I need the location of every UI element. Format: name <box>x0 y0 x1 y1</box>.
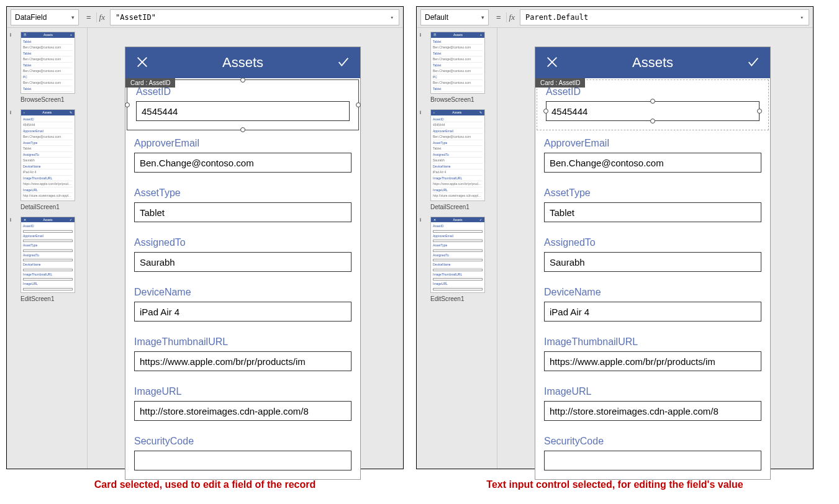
field-input[interactable] <box>134 401 351 421</box>
thumb-label: EditScreen1 <box>430 295 494 302</box>
more-icon[interactable]: ••• <box>8 110 14 114</box>
field-input[interactable] <box>134 351 351 371</box>
card-imageurl[interactable]: ImageURL <box>125 380 360 430</box>
form-body: AssetIDApproverEmailAssetTypeAssignedToD… <box>125 79 360 479</box>
field-input[interactable] <box>544 401 761 421</box>
field-input[interactable] <box>134 302 351 322</box>
formula-bar: Default ▾ = fx Parent.Default ▾ <box>417 7 813 28</box>
equals-label: = <box>491 12 506 22</box>
thumb-edit[interactable]: ✕Assets✓ AssetID ApproverEmail AssetType… <box>20 217 75 293</box>
card-imagethumbnailurl[interactable]: ImageThumbnailURL <box>535 330 770 380</box>
thumb-browse[interactable]: ☰Assets+ TabletBen.Change@contoso.com Ta… <box>430 32 485 94</box>
formula-input[interactable]: "AssetID" ▾ <box>110 9 399 25</box>
thumb-label: DetailScreen1 <box>430 204 494 210</box>
check-icon[interactable] <box>746 55 760 71</box>
selection-tag: Card : AssetID <box>125 78 175 88</box>
property-name: Default <box>425 13 448 22</box>
formula-input[interactable]: Parent.Default ▾ <box>520 9 809 25</box>
chevron-down-icon: ▾ <box>71 14 75 20</box>
field-input[interactable] <box>134 252 351 272</box>
close-icon[interactable] <box>545 55 559 71</box>
property-dropdown[interactable]: Default ▾ <box>420 9 489 25</box>
card-securitycode[interactable]: SecurityCode <box>125 430 360 479</box>
phone-header: Assets <box>125 47 360 78</box>
formula-text: "AssetID" <box>116 13 391 22</box>
card-imageurl[interactable]: ImageURL <box>535 380 770 430</box>
field-label: AssetID <box>546 86 760 97</box>
card-assettype[interactable]: AssetType <box>535 181 770 231</box>
field-label: AssignedTo <box>544 237 761 248</box>
phone-title: Assets <box>222 55 263 71</box>
more-icon[interactable]: ••• <box>418 110 424 114</box>
field-label: ImageURL <box>134 386 351 397</box>
chevron-down-icon: ▾ <box>391 14 394 20</box>
card-approveremail[interactable]: ApproverEmail <box>535 132 770 181</box>
field-label: ApproverEmail <box>544 138 761 149</box>
thumb-label: EditScreen1 <box>20 295 84 302</box>
thumb-label: BrowseScreen1 <box>20 96 84 103</box>
thumb-browse[interactable]: ☰Assets+ TabletBen.Change@contoso.com Ta… <box>20 32 75 94</box>
field-input[interactable] <box>134 153 351 173</box>
thumb-edit[interactable]: ✕Assets✓ AssetID ApproverEmail AssetType… <box>430 217 485 293</box>
formula-text: Parent.Default <box>525 13 800 22</box>
panel-right: Default ▾ = fx Parent.Default ▾ ••• ☰Ass… <box>416 6 814 469</box>
formula-bar: DataField ▾ = fx "AssetID" ▾ <box>7 7 403 28</box>
property-name: DataField <box>15 13 47 22</box>
phone-header: Assets <box>535 47 770 78</box>
field-label: DeviceName <box>544 287 761 298</box>
more-icon[interactable]: ••• <box>418 218 424 221</box>
canvas[interactable]: Assets Card : AssetID AssetIDApproverEma… <box>497 28 813 469</box>
close-icon[interactable] <box>135 55 149 71</box>
form-body: AssetIDApproverEmailAssetTypeAssignedToD… <box>535 79 770 479</box>
phone-preview: Assets Card : AssetID AssetIDApproverEma… <box>535 47 771 480</box>
field-label: ImageThumbnailURL <box>134 336 351 348</box>
field-label: SecurityCode <box>134 436 351 447</box>
field-label: DeviceName <box>134 287 351 298</box>
field-input[interactable] <box>544 202 761 222</box>
field-input[interactable] <box>544 252 761 272</box>
check-icon[interactable] <box>337 55 350 71</box>
selection-tag: Card : AssetID <box>535 78 585 88</box>
screen-thumbnail-column: ••• ☰Assets+ TabletBen.Change@contoso.co… <box>417 28 497 469</box>
card-approveremail[interactable]: ApproverEmail <box>125 132 360 181</box>
field-label: SecurityCode <box>544 436 761 447</box>
card-securitycode[interactable]: SecurityCode <box>535 430 770 479</box>
thumb-detail[interactable]: ‹Assets✎ AssetID4545444 ApproverEmailBen… <box>20 109 75 201</box>
card-assettype[interactable]: AssetType <box>125 181 360 231</box>
phone-title: Assets <box>632 55 673 71</box>
screen-thumbnail-column: ••• ☰Assets+ TabletBen.Change@contoso.co… <box>7 28 88 469</box>
card-assignedto[interactable]: AssignedTo <box>125 231 360 281</box>
field-input[interactable] <box>136 101 350 121</box>
field-label: ImageThumbnailURL <box>544 336 761 348</box>
thumb-label: DetailScreen1 <box>20 204 84 210</box>
fx-icon: fx <box>506 12 520 22</box>
more-icon[interactable]: ••• <box>8 33 14 36</box>
canvas[interactable]: Assets Card : AssetID AssetIDApproverEma… <box>88 28 403 469</box>
field-input[interactable] <box>544 302 761 322</box>
field-input[interactable] <box>544 153 761 173</box>
field-input[interactable] <box>134 202 351 222</box>
phone-preview: Assets Card : AssetID AssetIDApproverEma… <box>125 47 361 480</box>
fx-icon: fx <box>96 12 110 22</box>
chevron-down-icon: ▾ <box>800 14 804 20</box>
card-assignedto[interactable]: AssignedTo <box>535 231 770 281</box>
field-input[interactable] <box>544 451 761 470</box>
field-label: AssignedTo <box>134 237 351 248</box>
thumb-detail[interactable]: ‹Assets✎ AssetID4545444 ApproverEmailBen… <box>430 109 485 201</box>
more-icon[interactable]: ••• <box>8 218 14 221</box>
card-imagethumbnailurl[interactable]: ImageThumbnailURL <box>125 330 360 380</box>
property-dropdown[interactable]: DataField ▾ <box>11 9 79 25</box>
equals-label: = <box>81 12 96 22</box>
more-icon[interactable]: ••• <box>418 33 424 36</box>
field-label: ImageURL <box>544 386 761 397</box>
field-label: AssetType <box>544 187 761 199</box>
thumb-label: BrowseScreen1 <box>430 96 494 103</box>
panel-left: DataField ▾ = fx "AssetID" ▾ ••• ☰Assets… <box>6 6 404 469</box>
chevron-down-icon: ▾ <box>481 14 484 20</box>
card-devicename[interactable]: DeviceName <box>535 281 770 330</box>
field-label: ApproverEmail <box>134 138 351 149</box>
field-label: AssetType <box>134 187 351 199</box>
card-devicename[interactable]: DeviceName <box>125 281 360 330</box>
field-input[interactable] <box>544 351 761 371</box>
field-input[interactable] <box>134 451 351 470</box>
